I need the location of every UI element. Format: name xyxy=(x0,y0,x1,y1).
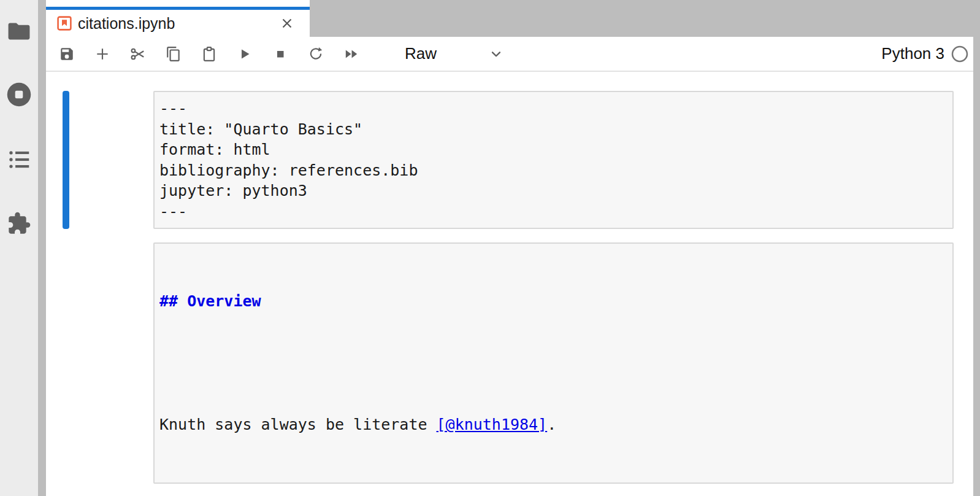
restart-run-all-button[interactable] xyxy=(343,46,359,62)
toc-icon xyxy=(8,149,30,170)
input-prompt xyxy=(69,242,153,484)
dock-tab-bar: citations.ipynb xyxy=(46,0,980,37)
paragraph-text: Knuth says always be literate xyxy=(159,416,437,433)
activity-sidebar xyxy=(0,0,38,496)
sidebar-divider xyxy=(38,0,46,496)
blank-line xyxy=(159,353,947,374)
save-icon xyxy=(59,46,75,62)
paste-icon xyxy=(201,46,217,62)
folder-icon xyxy=(7,21,31,41)
cell-collapser[interactable] xyxy=(63,91,69,229)
copy-cells-button[interactable] xyxy=(166,46,182,62)
raw-line: --- xyxy=(159,98,947,119)
markdown-heading: ## Overview xyxy=(159,291,947,312)
raw-line: format: html xyxy=(159,139,947,160)
restart-icon xyxy=(308,45,324,62)
running-icon xyxy=(6,82,32,107)
raw-cell: ---title: "Quarto Basics"format: htmlbib… xyxy=(63,91,954,229)
markdown-paragraph: Knuth says always be literate [@knuth198… xyxy=(159,414,947,435)
raw-line: bibliography: references.bib xyxy=(159,160,947,181)
insert-cell-button[interactable] xyxy=(94,46,110,62)
save-button[interactable] xyxy=(59,46,75,62)
copy-icon xyxy=(166,46,182,62)
raw-cell-editor[interactable]: ---title: "Quarto Basics"format: htmlbib… xyxy=(153,91,954,229)
input-prompt xyxy=(69,91,153,229)
sidebar-item-file-browser[interactable] xyxy=(0,21,38,41)
raw-line: --- xyxy=(159,201,947,222)
interrupt-kernel-button[interactable] xyxy=(272,46,288,62)
paragraph-text: . xyxy=(547,416,556,433)
markdown-cell-editor[interactable]: ## Overview Knuth says always be literat… xyxy=(153,242,954,484)
citation-link[interactable]: [@knuth1984] xyxy=(437,416,548,433)
sidebar-item-running-sessions[interactable] xyxy=(0,82,38,107)
stop-icon xyxy=(273,47,288,61)
plus-icon xyxy=(94,46,110,62)
close-tab-button[interactable] xyxy=(278,14,296,33)
jupyterlab-window: citations.ipynb xyxy=(0,0,980,496)
extensions-icon xyxy=(6,211,32,236)
cut-icon xyxy=(130,45,146,63)
markdown-cell-overview: ## Overview Knuth says always be literat… xyxy=(63,242,954,484)
tab-title: citations.ipynb xyxy=(78,15,175,33)
kernel-indicator: Python 3 xyxy=(881,44,969,63)
cut-cells-button[interactable] xyxy=(130,46,146,62)
fast-forward-icon xyxy=(343,45,359,63)
cell-type-dropdown[interactable]: Raw xyxy=(405,44,504,63)
notebook-toolbar: Raw Python 3 xyxy=(46,37,973,72)
notebook-panel: ---title: "Quarto Basics"format: htmlbib… xyxy=(46,72,973,496)
restart-kernel-button[interactable] xyxy=(308,46,324,62)
cell-type-value: Raw xyxy=(405,44,437,63)
chevron-down-icon xyxy=(488,46,504,62)
run-icon xyxy=(237,47,252,61)
tab-top-strip xyxy=(46,0,310,7)
scrollbar[interactable] xyxy=(973,37,980,496)
close-icon xyxy=(279,15,295,31)
run-cell-button[interactable] xyxy=(237,46,253,62)
kernel-name[interactable]: Python 3 xyxy=(881,44,944,63)
tab-citations-ipynb[interactable]: citations.ipynb xyxy=(46,7,310,37)
raw-line: jupyter: python3 xyxy=(159,180,947,201)
notebook-icon xyxy=(57,16,72,31)
paste-cells-button[interactable] xyxy=(201,46,217,62)
sidebar-item-table-of-contents[interactable] xyxy=(0,149,38,170)
sidebar-item-extensions[interactable] xyxy=(0,211,38,236)
cell-collapser[interactable] xyxy=(63,242,69,484)
raw-line: title: "Quarto Basics" xyxy=(159,119,947,140)
kernel-status-icon xyxy=(951,45,969,63)
